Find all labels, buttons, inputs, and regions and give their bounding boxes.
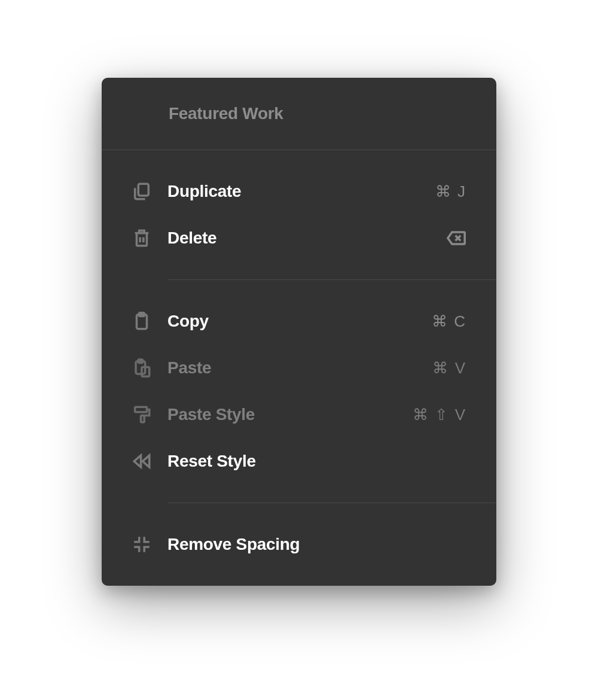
- menu-item-shortcut: [446, 230, 466, 246]
- menu-item-label: Reset Style: [167, 452, 466, 471]
- menu-item-delete[interactable]: Delete: [102, 215, 496, 261]
- menu-title: Featured Work: [169, 104, 478, 123]
- collapse-icon: [132, 534, 167, 555]
- menu-item-reset-style[interactable]: Reset Style: [102, 438, 496, 485]
- rewind-icon: [132, 451, 167, 471]
- clipboard-icon: [132, 311, 167, 331]
- paint-roller-icon: [132, 404, 167, 425]
- menu-header: Featured Work: [102, 78, 496, 150]
- svg-rect-7: [141, 415, 145, 422]
- menu-section-edit: Duplicate ⌘ J Delete: [102, 150, 496, 279]
- context-menu: Featured Work Duplicate ⌘ J: [102, 78, 496, 586]
- menu-item-shortcut: ⌘ J: [435, 182, 466, 201]
- menu-item-label: Paste Style: [167, 405, 413, 424]
- menu-item-label: Paste: [167, 358, 432, 378]
- menu-item-shortcut: ⌘ C: [432, 312, 466, 331]
- svg-rect-0: [138, 184, 148, 196]
- svg-rect-6: [135, 407, 147, 412]
- backspace-icon: [446, 230, 466, 246]
- menu-item-duplicate[interactable]: Duplicate ⌘ J: [102, 168, 496, 215]
- menu-item-paste-style[interactable]: Paste Style ⌘ ⇧ V: [102, 391, 496, 438]
- menu-item-label: Delete: [167, 229, 446, 248]
- menu-section-spacing: Remove Spacing: [102, 503, 496, 586]
- menu-item-remove-spacing[interactable]: Remove Spacing: [102, 521, 496, 568]
- menu-item-paste[interactable]: Paste ⌘ V: [102, 345, 496, 391]
- menu-item-label: Duplicate: [167, 182, 435, 201]
- menu-section-clipboard: Copy ⌘ C Paste ⌘ V Paste: [102, 280, 496, 503]
- trash-icon: [132, 228, 167, 248]
- menu-item-shortcut: ⌘ V: [432, 359, 466, 378]
- menu-item-shortcut: ⌘ ⇧ V: [413, 406, 466, 424]
- paste-icon: [132, 358, 167, 378]
- menu-item-label: Copy: [167, 312, 432, 331]
- menu-item-label: Remove Spacing: [167, 535, 466, 554]
- menu-item-copy[interactable]: Copy ⌘ C: [102, 298, 496, 345]
- duplicate-icon: [132, 181, 167, 202]
